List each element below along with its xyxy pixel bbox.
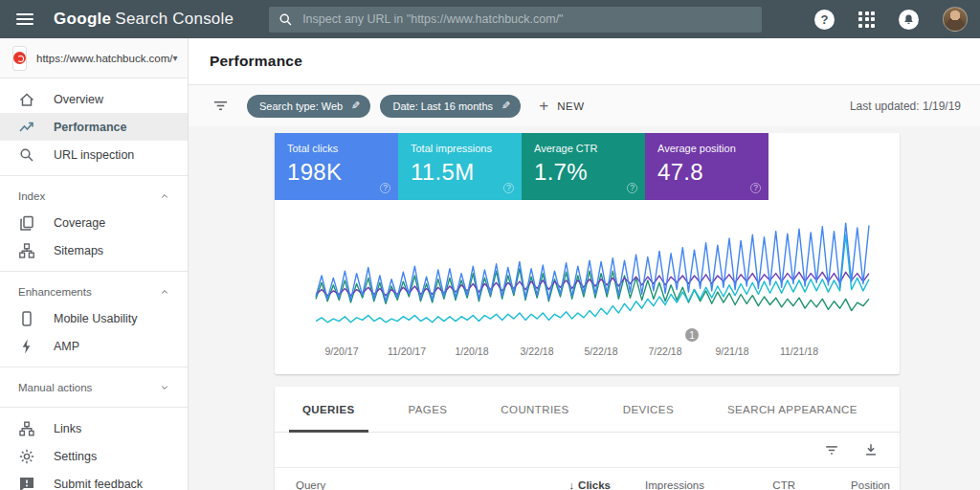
table-header-row: Query ↓Clicks Impressions CTR Position bbox=[275, 468, 900, 490]
topbar-actions: ? bbox=[814, 7, 968, 32]
feedback-icon bbox=[18, 476, 35, 490]
last-updated: Last updated: 1/19/19 bbox=[850, 100, 961, 113]
table-filter-icon[interactable] bbox=[824, 442, 839, 457]
metric-card-total-impressions[interactable]: Total impressions 11.5M ? bbox=[398, 133, 522, 200]
search-input[interactable] bbox=[302, 12, 752, 26]
performance-line-chart[interactable]: 1 9/20/17 11/20/17 1/20/18 3/22/18 5/22/… bbox=[275, 200, 900, 374]
sidebar-item-sitemaps[interactable]: Sitemaps bbox=[0, 236, 188, 264]
tab-countries[interactable]: COUNTRIES bbox=[474, 387, 595, 432]
sidebar: https://www.hatchbuck.com/ ▾ Overview Pe… bbox=[0, 38, 189, 490]
tab-devices[interactable]: DEVICES bbox=[596, 387, 701, 432]
sidebar-item-mobile-usability[interactable]: Mobile Usability bbox=[0, 304, 188, 332]
sidebar-item-coverage[interactable]: Coverage bbox=[0, 209, 188, 236]
metric-value: 1.7% bbox=[534, 159, 645, 186]
sidebar-item-amp[interactable]: AMP bbox=[0, 332, 188, 360]
help-circle-icon[interactable]: ? bbox=[503, 183, 514, 193]
sidebar-section-enhancements[interactable]: Enhancements bbox=[0, 278, 188, 304]
amp-lightning-icon bbox=[18, 338, 35, 355]
page-title: Performance bbox=[210, 53, 302, 70]
apps-grid-icon[interactable] bbox=[858, 11, 875, 28]
search-icon bbox=[278, 12, 293, 27]
top-app-bar: GoogleSearch Console ? bbox=[0, 0, 980, 38]
sidebar-item-label: Submit feedback bbox=[54, 478, 143, 490]
property-favicon bbox=[12, 46, 27, 71]
chip-label: Search type: Web bbox=[259, 100, 343, 112]
metric-card-total-clicks[interactable]: Total clicks 198K ? bbox=[275, 133, 398, 200]
metric-label: Total impressions bbox=[411, 143, 522, 154]
sidebar-item-links[interactable]: Links bbox=[0, 414, 188, 442]
x-axis-tick: 9/21/18 bbox=[715, 345, 748, 357]
section-label: Index bbox=[18, 190, 45, 202]
x-axis-tick: 1/20/18 bbox=[455, 345, 488, 357]
x-axis-tick: 9/20/17 bbox=[324, 345, 358, 357]
tab-pages[interactable]: PAGES bbox=[382, 387, 475, 432]
tab-search-appearance[interactable]: SEARCH APPEARANCE bbox=[701, 387, 884, 432]
divider bbox=[0, 367, 188, 368]
sidebar-item-performance[interactable]: Performance bbox=[0, 113, 188, 141]
download-icon[interactable] bbox=[863, 442, 879, 457]
edit-pencil-icon: ✎ bbox=[351, 100, 360, 112]
column-header-clicks[interactable]: ↓Clicks bbox=[520, 479, 611, 490]
table-toolbar bbox=[275, 433, 900, 468]
help-circle-icon[interactable]: ? bbox=[380, 183, 390, 193]
help-circle-icon[interactable]: ? bbox=[750, 183, 761, 193]
property-selector[interactable]: https://www.hatchbuck.com/ ▾ bbox=[0, 38, 188, 78]
chevron-down-icon: ▾ bbox=[173, 53, 178, 63]
app-logo: GoogleSearch Console bbox=[54, 10, 234, 29]
edit-pencil-icon: ✎ bbox=[501, 100, 510, 112]
new-filter-button[interactable]: + NEW bbox=[539, 97, 585, 116]
metric-label: Average CTR bbox=[534, 143, 645, 154]
column-header-ctr[interactable]: CTR bbox=[704, 479, 795, 490]
page-header: Performance bbox=[189, 38, 980, 85]
metric-card-average-position[interactable]: Average position 47.8 ? bbox=[645, 133, 768, 200]
x-axis-tick: 7/22/18 bbox=[648, 345, 681, 357]
filter-chip-search-type[interactable]: Search type: Web ✎ bbox=[247, 95, 370, 118]
url-inspect-searchbox[interactable] bbox=[269, 7, 762, 33]
sidebar-item-submit-feedback[interactable]: Submit feedback bbox=[0, 470, 188, 490]
sidebar-item-label: URL inspection bbox=[54, 148, 134, 162]
home-icon bbox=[18, 91, 35, 108]
section-label: Enhancements bbox=[18, 286, 92, 298]
chip-label: Date: Last 16 months bbox=[392, 100, 493, 112]
logo-google: Google bbox=[54, 10, 111, 28]
column-header-position[interactable]: Position bbox=[795, 479, 890, 490]
sidebar-item-url-inspection[interactable]: URL inspection bbox=[0, 141, 188, 168]
avatar[interactable] bbox=[943, 7, 968, 32]
menu-icon[interactable] bbox=[16, 11, 33, 28]
metric-value: 11.5M bbox=[411, 159, 522, 186]
performance-chart-panel: Total clicks 198K ? Total impressions 11… bbox=[275, 133, 900, 374]
column-header-impressions[interactable]: Impressions bbox=[611, 479, 704, 490]
sidebar-nav: Overview Performance URL inspection Inde… bbox=[0, 78, 188, 490]
chart-line-clicks bbox=[316, 223, 869, 301]
coverage-icon bbox=[18, 214, 35, 232]
sidebar-section-index[interactable]: Index bbox=[0, 183, 188, 209]
sidebar-item-label: AMP bbox=[54, 340, 79, 353]
column-header-query[interactable]: Query bbox=[296, 479, 520, 490]
filter-chip-date[interactable]: Date: Last 16 months ✎ bbox=[380, 95, 521, 118]
chart-lines bbox=[316, 217, 869, 334]
chevron-down-icon bbox=[160, 383, 169, 392]
help-icon[interactable]: ? bbox=[814, 10, 835, 30]
metric-label: Average position bbox=[657, 143, 768, 154]
sidebar-section-manual-actions[interactable]: Manual actions bbox=[0, 374, 188, 400]
x-axis-tick: 11/20/17 bbox=[388, 345, 426, 357]
divider bbox=[0, 175, 188, 176]
sort-desc-icon: ↓ bbox=[569, 479, 575, 490]
links-icon bbox=[18, 420, 35, 437]
x-axis-tick: 5/22/18 bbox=[584, 345, 617, 357]
chart-annotation-marker[interactable]: 1 bbox=[685, 328, 699, 342]
sidebar-item-label: Mobile Usability bbox=[54, 312, 138, 325]
metric-card-average-ctr[interactable]: Average CTR 1.7% ? bbox=[522, 133, 645, 200]
sidebar-item-settings[interactable]: Settings bbox=[0, 442, 188, 470]
notifications-bell-icon[interactable] bbox=[899, 10, 919, 30]
mobile-icon bbox=[18, 310, 35, 327]
section-label: Manual actions bbox=[18, 382, 92, 393]
main-area: Performance Search type: Web ✎ Date: Las… bbox=[189, 38, 980, 490]
x-axis-tick: 11/21/18 bbox=[780, 345, 818, 357]
filter-funnel-icon[interactable] bbox=[212, 98, 229, 114]
content: Total clicks 198K ? Total impressions 11… bbox=[189, 126, 980, 490]
filter-bar: Search type: Web ✎ Date: Last 16 months … bbox=[189, 85, 980, 126]
tab-queries[interactable]: QUERIES bbox=[276, 387, 382, 432]
help-circle-icon[interactable]: ? bbox=[627, 183, 637, 193]
sidebar-item-overview[interactable]: Overview bbox=[0, 85, 188, 113]
